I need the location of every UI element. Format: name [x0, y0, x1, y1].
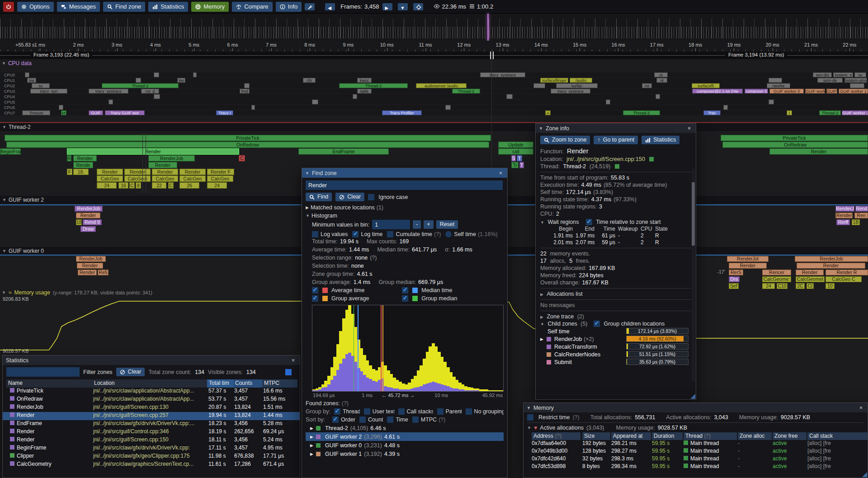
cpu-zone[interactable] [353, 94, 357, 99]
wait-column-header[interactable]: CPU [641, 226, 653, 232]
cpu-zone[interactable]: Thread-2 [102, 83, 179, 88]
table-row[interactable]: Clipperjni/../jni/src/claw/gfx/geo/Clipp… [3, 453, 300, 461]
cpu-zone[interactable] [312, 99, 318, 104]
cpu-zone[interactable] [244, 83, 250, 88]
timeline-zone[interactable]: C10 [777, 283, 788, 289]
cpu-zone[interactable]: tracy_systrace [551, 89, 590, 94]
timeline-zone[interactable]: 26 [179, 182, 199, 189]
histogram-header[interactable]: ▼ Histogram [306, 212, 504, 220]
next-frame-button[interactable]: ▶ [382, 3, 392, 10]
timeline-zone[interactable]: Render [796, 270, 824, 275]
timeline-zone[interactable]: BeginFrame [0, 148, 21, 155]
wait-column-header[interactable]: Begin [552, 226, 573, 232]
cpu-zone[interactable]: Trissyst [22, 110, 50, 115]
timeline-zone[interactable]: OnRedraw [6, 142, 489, 148]
zone-info-titlebar[interactable]: ▼ Zone info × [536, 123, 696, 133]
timeline-zone[interactable]: Sef [729, 283, 739, 289]
cpu-zone[interactable] [506, 94, 513, 99]
column-header-thread[interactable]: Thread (?) [684, 432, 737, 440]
timeline-zone[interactable]: RenderJob [148, 155, 195, 161]
table-row[interactable]: CalcGeometryjni/../jni/src/claw/graphics… [3, 461, 300, 469]
cpu-zone[interactable] [769, 99, 774, 104]
cpu-zone[interactable]: rot_d [141, 89, 159, 94]
group-children-checkbox[interactable] [594, 321, 600, 327]
option-log-values[interactable]: Log values [312, 231, 348, 237]
timeline-zone[interactable]: Ren [854, 213, 868, 218]
cpu-zone[interactable] [108, 99, 113, 104]
column-header-duration[interactable]: Duration [652, 432, 683, 440]
cpu-zone[interactable] [59, 105, 63, 110]
toolbar-button-options[interactable]: Options [17, 2, 54, 12]
cpu-zone[interactable]: A [545, 110, 551, 115]
option-log-time[interactable]: Log time [352, 231, 382, 237]
timeline-zone[interactable]: Rend 9 [83, 219, 102, 225]
child-zone-row[interactable]: ▶RenderJob(×2)4.16 ms (92.60%) [540, 335, 691, 343]
timeline-zone[interactable]: 10 [826, 283, 835, 289]
timeline-zone[interactable]: Render [97, 169, 123, 175]
timeline-zone[interactable]: Rencer [762, 270, 791, 275]
timeline-zone[interactable]: Update [498, 142, 533, 148]
toolbar-button-statistics[interactable]: Statistics [148, 2, 188, 12]
cpu-zone[interactable]: composer@2.1-se (Hw [692, 89, 743, 94]
wait-column-header[interactable]: Wakeup [618, 226, 639, 232]
cpu-zone[interactable]: audioserver /audio [416, 83, 467, 88]
cpu-zone[interactable]: cfir [303, 78, 316, 83]
legend-group-average[interactable]: Group average [312, 294, 402, 303]
cpu-zone[interactable]: I [787, 110, 792, 115]
filter-input[interactable] [6, 367, 80, 377]
timeline-zone[interactable]: F [67, 169, 72, 175]
timeline-zone[interactable]: Render [78, 270, 97, 275]
timeline-zone[interactable]: Tr [511, 162, 519, 168]
timeline-zone[interactable]: 1B [852, 219, 860, 225]
cpu-zone[interactable]: GUIF-work [805, 89, 825, 94]
cpu-zone[interactable]: GUIF worker 2 [842, 110, 868, 115]
cpu-zone[interactable]: rworke [767, 83, 790, 88]
table-row[interactable]: 0x7dfc42d64032 bytes298.3 ms59.95 sMain … [527, 455, 864, 463]
cpu-zone[interactable]: sy [32, 83, 50, 88]
zone-trace-header[interactable]: ▶ Zone trace (2) [540, 313, 691, 320]
timeline-zone[interactable]: Render [148, 162, 177, 168]
timeline-zone[interactable]: Rerff [836, 219, 850, 225]
cpu-zone[interactable] [606, 99, 610, 104]
time-ruler[interactable]: +55.83 s 1 ms2 ms3 ms4 ms5 ms6 ms7 ms8 m… [0, 41, 868, 52]
timeline-zone[interactable]: 24 [97, 182, 117, 189]
cpu-zone[interactable]: M [61, 110, 66, 115]
wait-region-row[interactable]: 1.91 ms1.97 ms61 μs-2R [540, 232, 691, 239]
frame-overview-strip[interactable] [0, 14, 868, 41]
restrict-time-checkbox[interactable] [527, 414, 533, 421]
timeline-zone[interactable]: 24 [762, 283, 775, 289]
timeline-zone[interactable]: 16 [118, 182, 128, 189]
timeline-zone[interactable]: Render [179, 169, 206, 175]
tools-button[interactable] [305, 3, 315, 10]
timeline-zone[interactable]: C [168, 182, 174, 189]
locate-frame-button[interactable] [413, 3, 423, 10]
timeline-zone[interactable]: RenderJob [76, 256, 106, 262]
close-icon[interactable]: × [686, 125, 693, 132]
timeline-zone[interactable]: PrivateTick [721, 135, 868, 141]
frame-label-left[interactable]: Frame 3,193 (22.45 ms) [30, 52, 92, 57]
group-by-call-stacks[interactable]: Call stacks [398, 408, 433, 415]
timeline-zone[interactable]: CalcGeomet [796, 276, 825, 282]
go-to-parent-button[interactable]: ↑Go to parent [594, 136, 638, 144]
table-row[interactable]: RenderJobjni/../jni/src/guif/Screen.cpp:… [3, 404, 300, 412]
cpu-zone[interactable] [25, 72, 29, 77]
cpu-zone[interactable]: /audio [570, 78, 592, 83]
cpu-zone[interactable]: kwoc [357, 78, 372, 83]
statistics-button[interactable]: Statistics [642, 136, 679, 144]
timeline-zone[interactable]: CalcGeo [97, 175, 123, 182]
allocations-list-header[interactable]: ▶ Allocations list [540, 290, 691, 298]
timeline-zone[interactable]: T [519, 162, 524, 168]
cpu-zone[interactable]: ot [656, 78, 667, 83]
found-zone-group[interactable]: ▶Thread-2(4,105)6.46 s [306, 424, 504, 432]
timeline-zone[interactable]: Draw [80, 226, 96, 232]
cpu-zone[interactable] [723, 105, 728, 110]
wait-column-header[interactable]: End [576, 226, 594, 232]
group-by-parent[interactable]: Parent [437, 408, 462, 415]
memory-titlebar[interactable]: ▼ Memory × [524, 403, 868, 412]
timeline-zone[interactable]: PrivateTick [5, 135, 491, 141]
cpu-zone[interactable] [154, 94, 160, 99]
found-zone-group[interactable]: ▶GUIF worker 2(3,296)4.61 s [306, 432, 504, 441]
timeline-zone[interactable]: CalcGeo C [826, 276, 862, 282]
table-row[interactable]: OnRedrawjni/../jni/src/claw/application/… [3, 396, 300, 404]
last-frame-button[interactable]: ▼ [398, 3, 408, 10]
